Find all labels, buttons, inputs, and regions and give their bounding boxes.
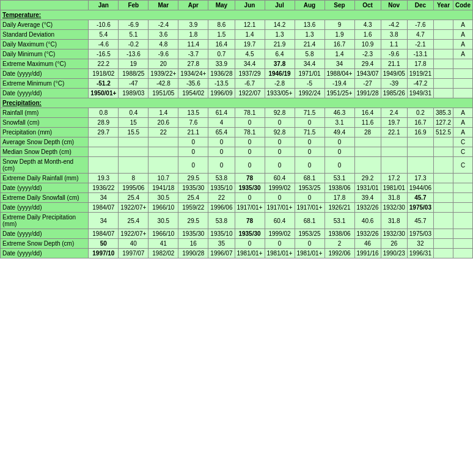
- col-header-feb: Feb: [119, 1, 148, 10]
- col-header-nov: Nov: [381, 1, 407, 10]
- cell-value: [453, 239, 473, 249]
- cell-value: 1917/01+: [265, 203, 295, 213]
- cell-value: 1950/01+: [89, 89, 119, 98]
- cell-value: 10.7: [148, 174, 178, 183]
- cell-value: 0: [265, 239, 295, 249]
- cell-value: 1997/07: [119, 249, 148, 258]
- cell-value: [453, 213, 473, 229]
- cell-value: -7.6: [407, 20, 433, 30]
- cell-value: -9.6: [148, 49, 178, 59]
- cell-value: 0: [324, 147, 354, 157]
- cell-value: 16.7: [324, 40, 354, 49]
- table-row: Date (yyyy/dd)1950/01+1989/031951/051954…: [1, 89, 473, 98]
- cell-value: 11.4: [178, 40, 208, 49]
- cell-value: 1933/05+: [265, 89, 295, 98]
- cell-value: [433, 239, 453, 249]
- cell-value: 1.4: [324, 49, 354, 59]
- cell-value: 40: [119, 239, 148, 249]
- cell-value: -47: [119, 79, 148, 89]
- cell-value: 28.9: [89, 118, 119, 128]
- cell-value: 1982/02: [148, 249, 178, 258]
- cell-value: [407, 147, 433, 157]
- cell-value: 1932/26: [354, 229, 381, 239]
- cell-value: 20: [148, 59, 178, 69]
- cell-value: 17.8: [324, 193, 354, 203]
- section-title: Precipitation:: [1, 98, 473, 108]
- cell-value: A: [453, 40, 473, 49]
- cell-value: 19.7: [381, 118, 407, 128]
- row-label: Daily Maximum (°C): [1, 40, 89, 49]
- row-label: Snowfall (cm): [1, 118, 89, 128]
- cell-value: [433, 157, 453, 174]
- cell-value: 1995/06: [119, 183, 148, 193]
- cell-value: [381, 157, 407, 174]
- cell-value: 1935/10: [208, 229, 235, 239]
- table-row: Standard Deviation5.45.13.61.81.51.41.31…: [1, 30, 473, 40]
- cell-value: [354, 157, 381, 174]
- cell-value: 4.7: [407, 30, 433, 40]
- cell-value: 13.6: [295, 20, 324, 30]
- cell-value: A: [453, 118, 473, 128]
- cell-value: 0: [295, 137, 324, 147]
- row-label: Standard Deviation: [1, 30, 89, 40]
- cell-value: 45.7: [407, 213, 433, 229]
- section-header: Precipitation:: [1, 98, 473, 108]
- cell-value: -16.5: [89, 49, 119, 59]
- cell-value: -2.8: [265, 79, 295, 89]
- cell-value: 1996/06: [208, 203, 235, 213]
- cell-value: 19: [119, 59, 148, 69]
- cell-value: 1918/02: [89, 69, 119, 79]
- cell-value: 1936/22: [89, 183, 119, 193]
- cell-value: 0: [235, 193, 265, 203]
- cell-value: 78: [235, 213, 265, 229]
- col-header-aug: Aug: [295, 1, 324, 10]
- cell-value: A: [453, 20, 473, 30]
- cell-value: 33.9: [208, 59, 235, 69]
- cell-value: 1991/16: [354, 249, 381, 258]
- table-row: Extreme Snow Depth (cm)50404116350002462…: [1, 239, 473, 249]
- cell-value: [453, 183, 473, 193]
- cell-value: 1996/07: [208, 249, 235, 258]
- cell-value: -42.8: [148, 79, 178, 89]
- cell-value: 1919/21: [407, 69, 433, 79]
- cell-value: 3.6: [148, 30, 178, 40]
- cell-value: 3.8: [381, 30, 407, 40]
- table-row: Extreme Daily Snowfall (cm)3425.430.525.…: [1, 193, 473, 203]
- cell-value: 53.8: [208, 213, 235, 229]
- col-header-year: Year: [433, 1, 453, 10]
- cell-value: 1931/01: [354, 183, 381, 193]
- cell-value: -35.6: [178, 79, 208, 89]
- cell-value: 21.4: [295, 40, 324, 49]
- cell-value: [453, 249, 473, 258]
- row-label: Daily Minimum (°C): [1, 49, 89, 59]
- col-header-apr: Apr: [178, 1, 208, 10]
- col-header-code: Code: [453, 1, 473, 10]
- cell-value: 0: [295, 118, 324, 128]
- cell-value: [433, 40, 453, 49]
- cell-value: 1922/07+: [119, 229, 148, 239]
- cell-value: 1917/01+: [235, 203, 265, 213]
- cell-value: 0: [235, 157, 265, 174]
- cell-value: 29.5: [178, 213, 208, 229]
- col-header-mar: Mar: [148, 1, 178, 10]
- cell-value: 0: [208, 157, 235, 174]
- row-label: Snow Depth at Month-end (cm): [1, 157, 89, 174]
- cell-value: 45.7: [407, 193, 433, 203]
- cell-value: 1951/25+: [324, 89, 354, 98]
- cell-value: 9: [324, 20, 354, 30]
- cell-value: 1944/06: [407, 183, 433, 193]
- cell-value: 16.4: [354, 108, 381, 118]
- row-label: Extreme Daily Rainfall (mm): [1, 174, 89, 183]
- row-label: Rainfall (mm): [1, 108, 89, 118]
- cell-value: 1941/18: [148, 183, 178, 193]
- cell-value: 1981/01: [381, 183, 407, 193]
- cell-value: 68.1: [295, 174, 324, 183]
- cell-value: [453, 203, 473, 213]
- cell-value: 92.8: [265, 128, 295, 137]
- cell-value: 25.4: [119, 213, 148, 229]
- cell-value: 53.1: [324, 213, 354, 229]
- cell-value: C: [453, 137, 473, 147]
- cell-value: [89, 157, 119, 174]
- cell-value: 4.8: [148, 40, 178, 49]
- row-label: Extreme Minimum (°C): [1, 79, 89, 89]
